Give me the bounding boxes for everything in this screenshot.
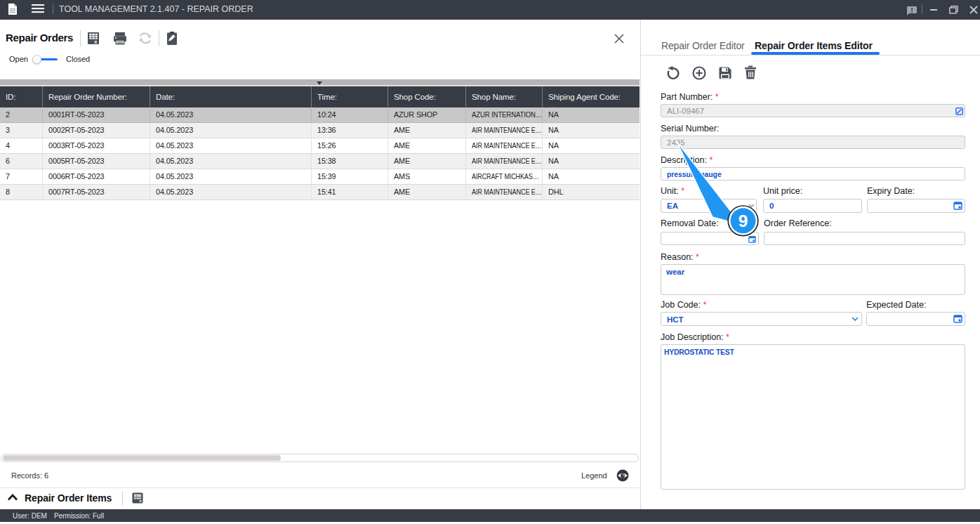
svg-text:9: 9: [739, 211, 748, 230]
svg-text:x: x: [139, 498, 142, 503]
